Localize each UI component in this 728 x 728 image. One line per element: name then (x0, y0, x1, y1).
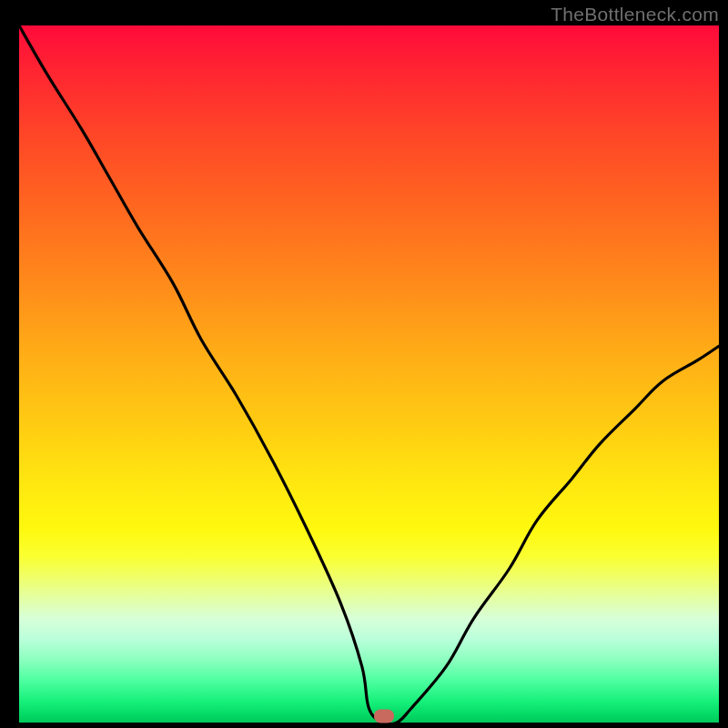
gradient-background (19, 25, 719, 723)
optimal-point-marker (374, 710, 394, 723)
chart-container: TheBottleneck.com (0, 0, 728, 728)
watermark-text: TheBottleneck.com (551, 4, 719, 25)
